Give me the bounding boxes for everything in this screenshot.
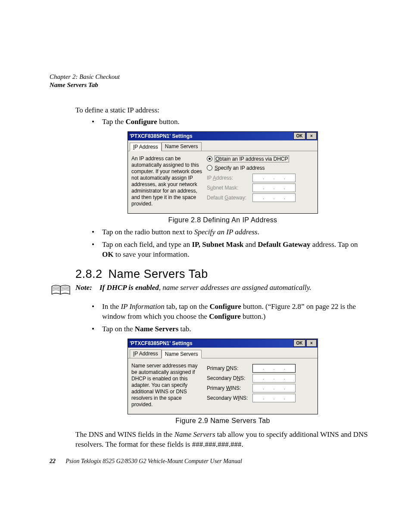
bullet-specify-ip: Tap on the radio button next to Specify … — [92, 227, 370, 237]
bullet-ip-info-tab: In the IP Information tab, tap on the Co… — [92, 302, 370, 322]
bullet-name-servers-tab: Tap on the Name Servers tab. — [92, 324, 370, 334]
section-header: Name Servers Tab — [50, 81, 370, 89]
close-button-2[interactable]: × — [306, 339, 317, 347]
dialog-title: 'PTXCF8385PN1' Settings — [130, 133, 293, 139]
primary-wins-input[interactable]: ... — [252, 384, 296, 392]
ip-address-input[interactable]: ... — [252, 174, 296, 182]
radio-selected-icon — [207, 156, 212, 162]
subnet-mask-input[interactable]: ... — [252, 184, 296, 192]
radio-dhcp[interactable]: Obtain an IP address via DHCP — [207, 156, 314, 162]
chapter-header: Chapter 2: Basic Checkout — [50, 73, 370, 81]
row-default-gateway: Default Gateway: ... — [207, 193, 314, 202]
radio-specify[interactable]: Specify an IP address — [207, 165, 314, 171]
default-gateway-input[interactable]: ... — [252, 193, 296, 202]
page-number: 22 — [50, 458, 56, 464]
book-icon — [50, 283, 72, 299]
intro-text: To define a static IP address: — [75, 106, 370, 115]
radio-unselected-icon — [207, 165, 212, 171]
tab-bar-2: IP Address Name Servers — [128, 348, 318, 358]
ok-button-2[interactable]: OK — [293, 339, 305, 347]
row-subnet-mask: Subnet Mask: ... — [207, 184, 314, 192]
closing-paragraph: The DNS and WINS fields in the Name Serv… — [75, 430, 370, 450]
row-secondary-wins: Secondary WINS: ... — [207, 394, 314, 402]
titlebar: 'PTXCF8385PN1' Settings OK × — [128, 132, 318, 140]
page-footer: 22 Psion Teklogix 8525 G2/8530 G2 Vehicl… — [50, 458, 370, 465]
note-label: Note: — [75, 283, 100, 292]
tab-ip-address-2[interactable]: IP Address — [130, 349, 162, 358]
tab-name-servers[interactable]: Name Servers — [162, 142, 202, 151]
secondary-dns-input[interactable]: ... — [252, 374, 296, 383]
row-primary-wins: Primary WINS: ... — [207, 384, 314, 392]
dialog-title-2: 'PTXCF8385PN1' Settings — [130, 340, 293, 346]
dialog-name-servers: 'PTXCF8385PN1' Settings OK × IP Address … — [128, 339, 318, 414]
note-text: If DHCP is enabled, name server addresse… — [100, 283, 370, 292]
titlebar-2: 'PTXCF8385PN1' Settings OK × — [128, 339, 318, 348]
footer-text: Psion Teklogix 8525 G2/8530 G2 Vehicle-M… — [66, 458, 242, 464]
tab-ip-address[interactable]: IP Address — [130, 143, 162, 151]
section-heading: 2.8.2Name Servers Tab — [75, 268, 370, 281]
close-button[interactable]: × — [306, 132, 317, 140]
row-secondary-dns: Secondary DNS: ... — [207, 374, 314, 383]
row-primary-dns: Primary DNS: ... — [207, 364, 314, 373]
ok-button[interactable]: OK — [293, 132, 305, 140]
dialog-description-2: Name server addresses may be automatical… — [131, 363, 202, 408]
dialog-description: An IP address can be automatically assig… — [131, 156, 202, 207]
dialog-ip-settings: 'PTXCF8385PN1' Settings OK × IP Address … — [128, 131, 318, 214]
bullet-configure: Tap the Configure button. — [92, 117, 370, 127]
figure-caption-1: Figure 2.8 Defining An IP Address — [75, 216, 370, 224]
tab-name-servers-2[interactable]: Name Servers — [162, 350, 202, 358]
secondary-wins-input[interactable]: ... — [252, 394, 296, 402]
bullet-type-fields: Tap on each field, and type an IP, Subne… — [92, 240, 370, 260]
note-block: Note: If DHCP is enabled, name server ad… — [75, 283, 370, 299]
figure-caption-2: Figure 2.9 Name Servers Tab — [75, 417, 370, 425]
tab-bar: IP Address Name Servers — [128, 140, 318, 151]
primary-dns-input[interactable]: ... — [252, 364, 296, 373]
row-ip-address: IP Address: ... — [207, 174, 314, 182]
